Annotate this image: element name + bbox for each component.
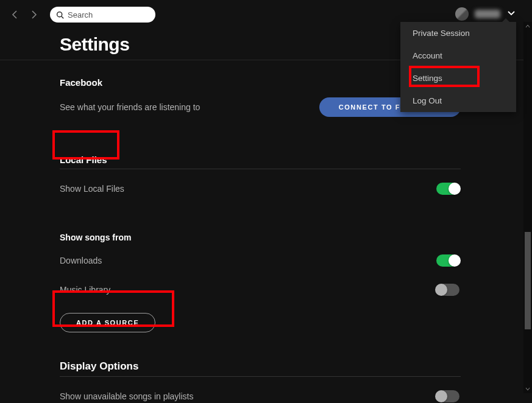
source-music-library-toggle[interactable] bbox=[436, 284, 459, 296]
display-options-heading: Display Options bbox=[60, 360, 472, 373]
divider bbox=[60, 169, 461, 169]
source-music-library-label: Music Library bbox=[60, 285, 110, 295]
show-unavailable-label: Show unavailable songs in playlists bbox=[60, 391, 193, 401]
scroll-down-icon[interactable] bbox=[523, 385, 532, 393]
scrollbar-thumb[interactable] bbox=[525, 232, 531, 329]
source-downloads-label: Downloads bbox=[60, 256, 102, 265]
show-unavailable-toggle[interactable] bbox=[436, 390, 459, 402]
show-local-files-toggle[interactable] bbox=[436, 183, 459, 195]
search-input[interactable] bbox=[68, 10, 149, 19]
show-local-files-label: Show Local Files bbox=[60, 184, 124, 194]
svg-point-0 bbox=[57, 12, 62, 16]
nav-forward-button[interactable] bbox=[29, 10, 39, 19]
svg-line-1 bbox=[62, 16, 63, 18]
menu-settings[interactable]: Settings bbox=[400, 67, 516, 89]
menu-account[interactable]: Account bbox=[400, 44, 516, 67]
facebook-description: See what your friends are listening to bbox=[60, 102, 200, 112]
scroll-up-icon[interactable] bbox=[523, 22, 532, 30]
window-scrollbar[interactable] bbox=[523, 22, 532, 393]
source-downloads-toggle[interactable] bbox=[436, 254, 459, 267]
username bbox=[475, 10, 500, 18]
divider bbox=[60, 376, 461, 377]
avatar[interactable] bbox=[455, 7, 469, 21]
search-box[interactable] bbox=[50, 7, 155, 23]
search-icon bbox=[56, 11, 64, 19]
menu-private-session[interactable]: Private Session bbox=[400, 22, 516, 44]
user-dropdown: Private Session Account Settings Log Out bbox=[400, 22, 516, 112]
add-source-button[interactable]: ADD A SOURCE bbox=[60, 313, 155, 332]
local-files-heading: Local Files bbox=[60, 155, 472, 165]
nav-back-button[interactable] bbox=[10, 10, 20, 19]
show-songs-from-heading: Show songs from bbox=[60, 233, 472, 242]
menu-log-out[interactable]: Log Out bbox=[400, 89, 516, 112]
